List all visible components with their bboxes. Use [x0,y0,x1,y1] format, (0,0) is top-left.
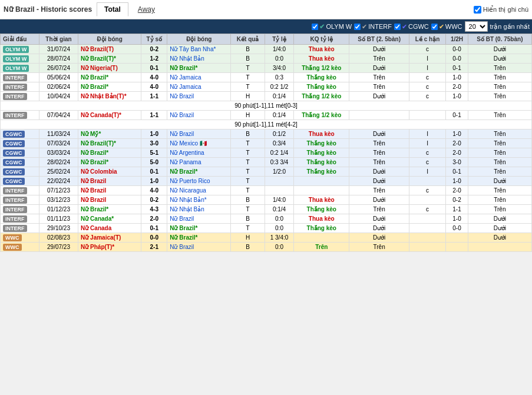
home-team: Nữ Brazil(T)* [78,54,141,64]
show-notes-text: Hiển thị ghi chú [483,6,528,14]
match-result: T [231,177,265,186]
over-under-25: Dưới [349,214,409,224]
table-row: CGWC 07/03/24 Nữ Brazil(T)* 3-0 Nữ Mexic… [1,139,532,148]
handicap [409,214,446,224]
half-score: 3-0 [446,158,468,167]
show-notes-checkbox[interactable] [474,6,481,14]
match-date: 22/02/24 [39,177,78,186]
match-result: T [231,148,265,158]
table-row: INTERF 02/06/24 Nữ Brazil* 4-0 Nữ Jamaic… [1,82,532,92]
away-team: Nữ Puerto Rico [167,177,231,186]
odds-result: Thua kèo [294,45,349,54]
show-notes-label[interactable]: Hiển thị ghi chú [474,6,528,14]
filter-olym[interactable]: ✔ OLYM W [312,23,352,31]
match-result: B [231,195,265,205]
tab-away[interactable]: Away [133,3,160,16]
home-team: Nữ Canada(T)* [78,111,141,120]
odds-ratio: 0:2 1/4 [265,148,293,158]
odds-ratio: 1/4:0 [265,45,293,54]
handicap [409,195,446,205]
over-under-075: Trên [468,64,531,73]
match-result: H [231,111,265,120]
col-sobt-075: Số BT (0. 75bàn) [468,34,531,45]
half-score: 0-1 [446,167,468,177]
match-result: B [231,45,265,54]
home-team: Nữ Brazil(T) [78,45,141,54]
home-team: Nữ Canada* [78,214,141,224]
odds-result: Thắng 1/2 kèo [294,64,349,73]
over-under-25: Trên [349,186,409,195]
handicap: c [409,148,446,158]
match-score: 1-1 [141,92,167,101]
table-row: OLYM W 26/07/24 Nữ Nigeria(T) 0-1 Nữ Bra… [1,64,532,73]
match-count-select[interactable]: 20 10 30 50 [465,21,488,32]
match-score: 0-1 [141,64,167,73]
over-under-075: Trên [468,73,531,82]
separator-row: 90 phút[1-1],11 mét[0-3] [1,101,532,111]
handicap [409,111,446,120]
half-score: 0-1 [446,111,468,120]
handicap: I [409,64,446,73]
match-score: 0-2 [141,45,167,54]
match-score: 1-1 [141,111,167,120]
over-under-075: Trên [468,92,531,101]
handicap [409,224,446,233]
half-score: 1-0 [446,214,468,224]
odds-ratio: 0:2 1/2 [265,82,293,92]
match-date: 29/10/23 [39,224,78,233]
match-score: 1-2 [141,54,167,64]
table-row: INTERF 07/04/24 Nữ Canada(T)* 1-1 Nữ Bra… [1,111,532,120]
tournament-badge: INTERF [1,224,39,233]
half-score: 2-0 [446,148,468,158]
odds-result: Thắng kèo [294,148,349,158]
half-score [446,243,468,252]
main-container: Nữ Brazil - Historic scores Total Away H… [0,0,532,252]
match-result: T [231,158,265,167]
filter-cgwc[interactable]: ✔ CGWC [394,23,429,31]
home-team: Nữ Brazil* [78,205,141,214]
odds-result: Thua kèo [294,214,349,224]
match-result: B [231,214,265,224]
over-under-25: Dưới [349,167,409,177]
over-under-25: Dưới [349,130,409,139]
filter-interf[interactable]: ✔ INTERF [354,23,392,31]
over-under-25: Dưới [349,224,409,233]
handicap: I [409,139,446,148]
filter-wwc[interactable]: ✔ WWC [431,23,462,31]
handicap: I [409,54,446,64]
over-under-075: Trên [468,130,531,139]
match-result: B [231,130,265,139]
home-team: Nữ Brazil [78,177,141,186]
odds-ratio: 0:1/4 [265,205,293,214]
over-under-25: Trên [349,73,409,82]
tournament-badge: INTERF [1,82,39,92]
home-team: Nữ Brazil [78,186,141,195]
over-under-25: Trên [349,148,409,158]
match-date: 07/03/24 [39,139,78,148]
away-team: Nữ Brazil* [167,167,231,177]
half-score: 1-0 [446,130,468,139]
match-date: 01/12/23 [39,205,78,214]
tournament-badge: CGWC [1,139,39,148]
over-under-075: Dưới [468,54,531,64]
away-team: Nữ Nhật Bản* [167,195,231,205]
match-result: T [231,205,265,214]
away-team: Nữ Brazil [167,130,231,139]
header-right: Hiển thị ghi chú [474,6,528,14]
handicap: c [409,73,446,82]
odds-result: Thắng kèo [294,224,349,233]
half-score: 2-0 [446,139,468,148]
match-score: 3-0 [141,139,167,148]
table-row: INTERF 01/11/23 Nữ Canada* 2-0 Nữ Brazil… [1,214,532,224]
tab-total[interactable]: Total [97,2,128,16]
half-score: 1-0 [446,73,468,82]
over-under-075: Trên [468,148,531,158]
match-score: 0-0 [141,233,167,243]
tournament-badge: INTERF [1,205,39,214]
handicap [409,177,446,186]
match-score: 2-1 [141,243,167,252]
away-team: Nữ Nhật Bản [167,54,231,64]
odds-ratio: 0:1/4 [265,92,293,101]
odds-ratio [265,186,293,195]
home-team: Nữ Brazil* [78,73,141,82]
